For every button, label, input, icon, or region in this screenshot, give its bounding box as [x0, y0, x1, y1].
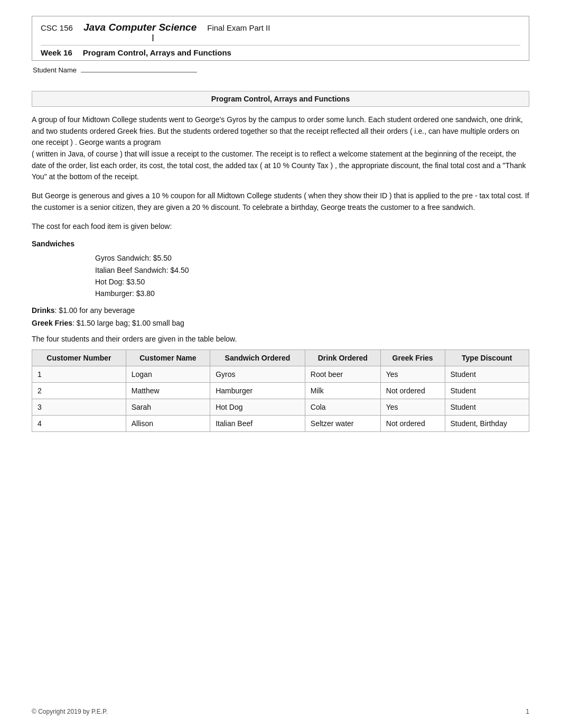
cell-row3-col5: Student, Birthday: [445, 415, 529, 431]
table-row: 2MatthewHamburgerMilkNot orderedStudent: [32, 382, 529, 399]
col-fries: Greek Fries: [380, 349, 445, 366]
page-number: 1: [526, 708, 529, 715]
cell-row0-col2: Gyros: [210, 366, 305, 382]
header-week: Week 16: [41, 48, 72, 57]
table-row: 1LoganGyrosRoot beerYesStudent: [32, 366, 529, 382]
sandwich-item-3: Hot Dog: $3.50: [95, 276, 529, 288]
header-box: CSC 156 Java Computer Science Final Exam…: [32, 16, 529, 61]
cell-row3-col1: Allison: [126, 415, 210, 431]
cell-row1-col0: 2: [32, 382, 126, 399]
table-row: 3SarahHot DogColaYesStudent: [32, 399, 529, 415]
page: CSC 156 Java Computer Science Final Exam…: [0, 0, 561, 728]
cell-row2-col3: Cola: [305, 399, 380, 415]
cell-row3-col4: Not ordered: [380, 415, 445, 431]
section-box: Program Control, Arrays and Functions: [32, 91, 529, 107]
cell-row2-col4: Yes: [380, 399, 445, 415]
col-drink: Drink Ordered: [305, 349, 380, 366]
course-code: CSC 156: [41, 23, 73, 32]
cell-row2-col0: 3: [32, 399, 126, 415]
drinks-row: Drinks: $1.00 for any beverage: [32, 306, 529, 315]
header-bottom: Week 16 Program Control, Arrays and Func…: [41, 48, 520, 57]
student-name-row: Student Name: [32, 65, 529, 74]
cell-row2-col5: Student: [445, 399, 529, 415]
cell-row1-col3: Milk: [305, 382, 380, 399]
body-paragraph-2: But George is generous and gives a 10 % …: [32, 190, 529, 213]
col-discount: Type Discount: [445, 349, 529, 366]
col-customer-number: Customer Number: [32, 349, 126, 366]
cell-row1-col2: Hamburger: [210, 382, 305, 399]
cell-row3-col2: Italian Beef: [210, 415, 305, 431]
cell-row0-col0: 1: [32, 366, 126, 382]
orders-table: Customer Number Customer Name Sandwich O…: [32, 349, 529, 432]
table-intro: The four students and their orders are g…: [32, 335, 529, 343]
body-paragraph-3: The cost for each food item is given bel…: [32, 221, 529, 233]
cell-row1-col4: Not ordered: [380, 382, 445, 399]
header-title: Java Computer Science: [83, 22, 197, 33]
drinks-label: Drinks: [32, 306, 55, 315]
sandwich-list: Gyros Sandwich: $5.50 Italian Beef Sandw…: [95, 252, 529, 300]
table-row: 4AllisonItalian BeefSeltzer waterNot ord…: [32, 415, 529, 431]
sandwich-item-2: Italian Beef Sandwich: $4.50: [95, 264, 529, 276]
body-paragraph-1: A group of four Midtown College students…: [32, 114, 529, 183]
table-header-row: Customer Number Customer Name Sandwich O…: [32, 349, 529, 366]
cell-row0-col5: Student: [445, 366, 529, 382]
drinks-value: $1.00 for any beverage: [59, 306, 135, 315]
greek-fries-value: $1.50 large bag; $1.00 small bag: [77, 319, 184, 327]
header-divider-char: I: [152, 33, 520, 43]
header-exam: Final Exam Part II: [207, 23, 270, 32]
sandwich-item-1: Gyros Sandwich: $5.50: [95, 252, 529, 264]
cell-row3-col3: Seltzer water: [305, 415, 380, 431]
header-subtitle: Program Control, Arrays and Functions: [83, 48, 231, 57]
cell-row0-col3: Root beer: [305, 366, 380, 382]
header-divider: [41, 45, 520, 45]
cell-row3-col0: 4: [32, 415, 126, 431]
footer: © Copyright 2019 by P.E.P. 1: [32, 708, 529, 715]
greek-fries-row: Greek Fries: $1.50 large bag; $1.00 smal…: [32, 319, 529, 327]
cell-row2-col2: Hot Dog: [210, 399, 305, 415]
cell-row2-col1: Sarah: [126, 399, 210, 415]
greek-fries-label: Greek Fries: [32, 319, 72, 327]
cell-row1-col1: Matthew: [126, 382, 210, 399]
cell-row0-col4: Yes: [380, 366, 445, 382]
sandwich-item-4: Hamburger: $3.80: [95, 288, 529, 299]
section-title: Program Control, Arrays and Functions: [211, 95, 350, 103]
cell-row0-col1: Logan: [126, 366, 210, 382]
header-top: CSC 156 Java Computer Science Final Exam…: [41, 22, 520, 33]
copyright: © Copyright 2019 by P.E.P.: [32, 708, 108, 715]
col-customer-name: Customer Name: [126, 349, 210, 366]
greek-fries-colon: :: [72, 319, 77, 327]
cell-row1-col5: Student: [445, 382, 529, 399]
student-name-field[interactable]: [81, 65, 197, 72]
sandwiches-header: Sandwiches: [32, 239, 529, 248]
col-sandwich: Sandwich Ordered: [210, 349, 305, 366]
student-name-label: Student Name: [33, 66, 77, 74]
